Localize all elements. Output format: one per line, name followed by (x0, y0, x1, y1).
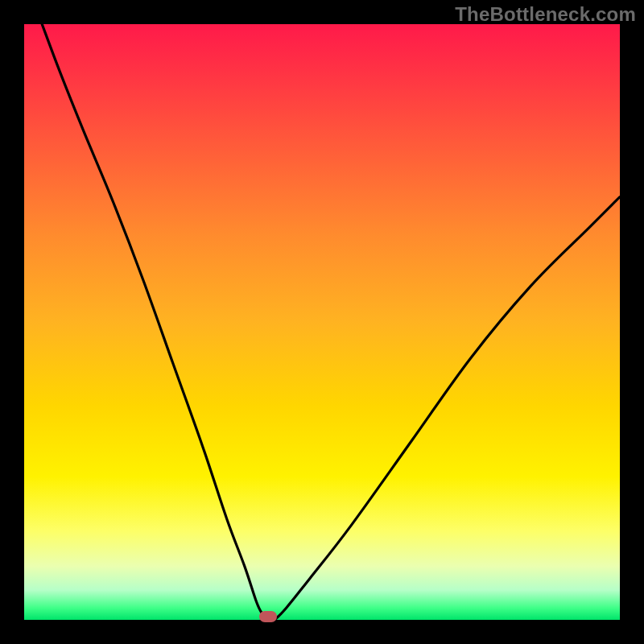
watermark-text: TheBottleneck.com (455, 3, 636, 26)
chart-frame: TheBottleneck.com (0, 0, 644, 644)
curve-svg (24, 24, 620, 620)
plot-area (24, 24, 620, 620)
bottleneck-curve (42, 24, 620, 620)
optimum-marker (259, 611, 277, 622)
